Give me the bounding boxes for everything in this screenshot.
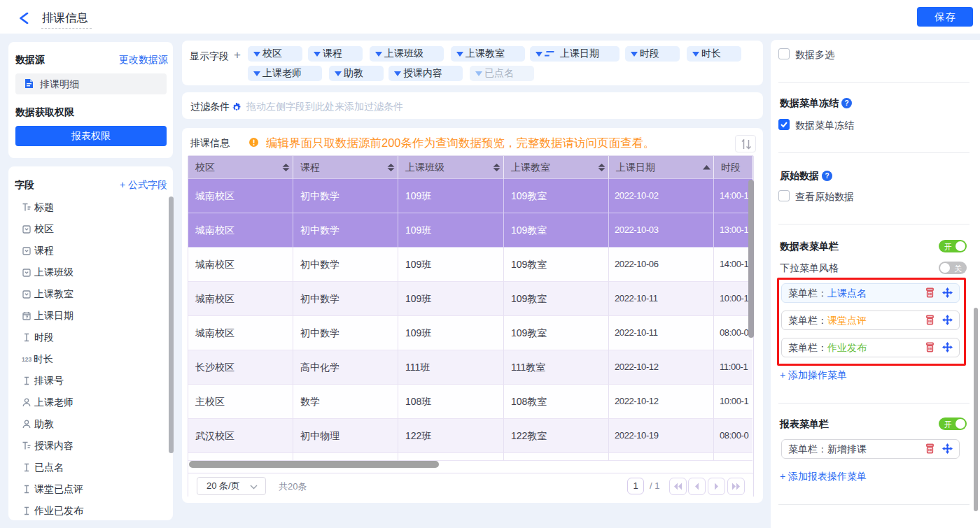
svg-text:?: ? [825, 172, 829, 180]
svg-text:?: ? [844, 99, 848, 107]
svg-text:123: 123 [22, 356, 31, 363]
